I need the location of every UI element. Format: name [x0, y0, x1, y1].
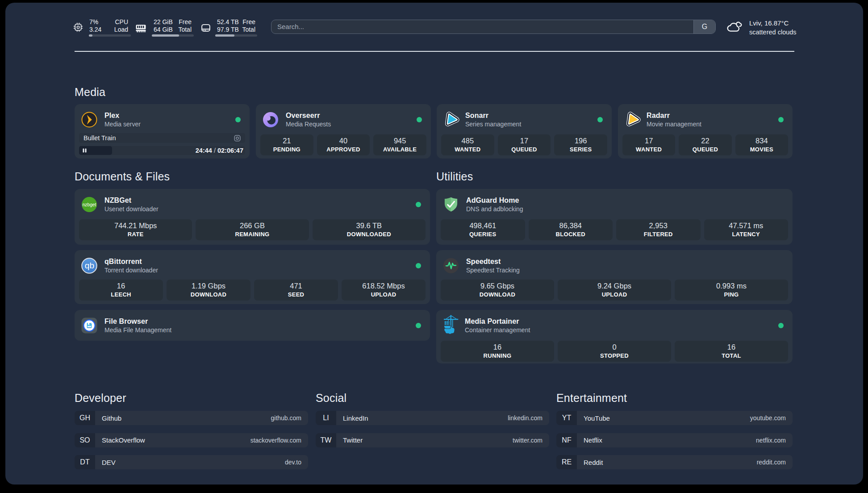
svg-text:nzbget: nzbget: [83, 202, 96, 207]
svg-text:qb: qb: [85, 261, 94, 270]
